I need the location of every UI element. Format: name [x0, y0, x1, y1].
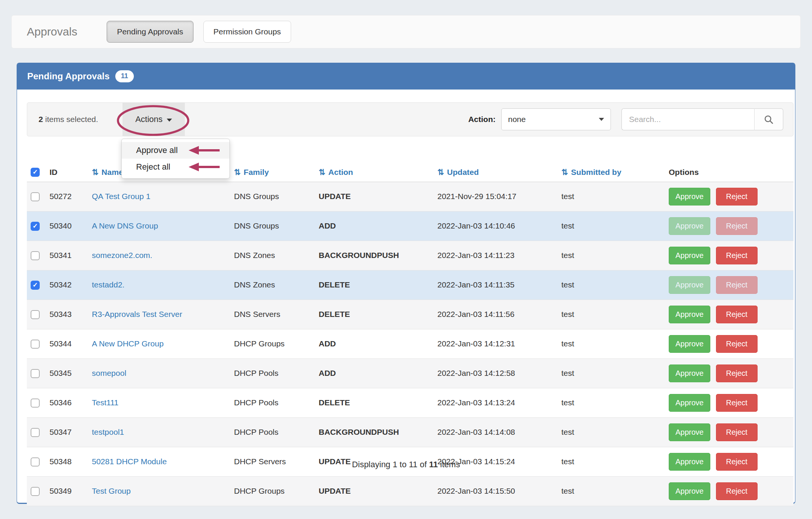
row-updated: 2022-Jan-03 14:12:31 [433, 329, 557, 358]
table-row[interactable]: 50349 Test Group DHCP Groups UPDATE 2022… [27, 476, 793, 506]
approve-button[interactable]: Approve [669, 276, 710, 294]
search-icon [764, 114, 774, 125]
reject-button[interactable]: Reject [716, 306, 758, 323]
row-name-link[interactable]: somezone2.com. [92, 251, 152, 260]
row-name-link[interactable]: A New DHCP Group [92, 339, 164, 348]
row-name-link[interactable]: Test111 [92, 398, 118, 407]
reject-button[interactable]: Reject [716, 276, 758, 294]
reject-button[interactable]: Reject [716, 482, 758, 500]
row-name-link[interactable]: A New DNS Group [92, 221, 158, 230]
row-name-link[interactable]: somepool [92, 369, 126, 377]
row-checkbox[interactable] [31, 369, 40, 378]
approve-button[interactable]: Approve [669, 394, 710, 412]
menu-item-label: Approve all [136, 145, 178, 155]
row-checkbox[interactable] [31, 487, 40, 496]
panel-heading: Pending Approvals 11 [17, 63, 795, 90]
row-submitted-by: test [557, 329, 664, 358]
approve-button[interactable]: Approve [669, 423, 710, 441]
tab-pending-approvals[interactable]: Pending Approvals [107, 21, 193, 43]
row-id: 50346 [45, 388, 87, 417]
row-submitted-by: test [557, 270, 664, 300]
reject-button[interactable]: Reject [716, 217, 758, 235]
reject-button[interactable]: Reject [716, 247, 758, 264]
actions-dropdown-button[interactable]: Actions [122, 103, 185, 136]
action-filter-label: Action: [468, 115, 496, 124]
column-header-submitted-by[interactable]: ⇅Submitted by [557, 163, 664, 182]
reject-button[interactable]: Reject [716, 188, 758, 205]
approve-button[interactable]: Approve [669, 482, 710, 500]
menu-item-approve-all[interactable]: Approve all [122, 142, 229, 159]
search-group [621, 108, 783, 130]
search-button[interactable] [755, 108, 783, 130]
column-header-updated[interactable]: ⇅Updated [433, 163, 557, 182]
table-row[interactable]: ✓ 50342 testadd2. DNS Zones DELETE 2022-… [27, 270, 793, 300]
approve-button[interactable]: Approve [669, 365, 710, 382]
row-updated: 2022-Jan-03 14:11:35 [433, 270, 557, 300]
approve-button[interactable]: Approve [669, 188, 710, 205]
row-submitted-by: test [557, 211, 664, 241]
row-family: DHCP Groups [229, 476, 314, 506]
row-checkbox[interactable] [31, 192, 40, 201]
row-submitted-by: test [557, 388, 664, 417]
action-select[interactable]: none [501, 108, 611, 130]
search-input[interactable] [621, 108, 755, 130]
row-checkbox[interactable] [31, 340, 40, 349]
table-row[interactable]: ✓ 50340 A New DNS Group DNS Groups ADD 2… [27, 211, 793, 241]
action-select-value: none [508, 115, 526, 124]
page-title: Approvals [27, 25, 77, 38]
tab-label: Permission Groups [214, 27, 281, 36]
annotation-arrow-left-icon [189, 145, 220, 155]
row-family: DHCP Pools [229, 388, 314, 417]
row-action: BACKGROUNDPUSH [314, 241, 433, 270]
row-name-link[interactable]: testadd2. [92, 280, 124, 289]
approve-button[interactable]: Approve [669, 247, 710, 264]
menu-item-reject-all[interactable]: Reject all [122, 159, 229, 175]
pagination-suffix: items [438, 460, 460, 469]
page: Approvals Pending Approvals Permission G… [0, 0, 812, 519]
row-updated: 2022-Jan-03 14:13:24 [433, 388, 557, 417]
menu-item-label: Reject all [136, 162, 170, 172]
row-id: 50341 [45, 241, 87, 270]
pagination-total: 11 [429, 460, 438, 469]
reject-button[interactable]: Reject [716, 423, 758, 441]
row-updated: 2022-Jan-03 14:11:56 [433, 300, 557, 329]
table-row[interactable]: 50343 R3-Approvals Test Server DNS Serve… [27, 300, 793, 329]
row-updated: 2022-Jan-03 14:10:46 [433, 211, 557, 241]
tab-permission-groups[interactable]: Permission Groups [203, 21, 291, 43]
row-id: 50347 [45, 417, 87, 447]
approve-button[interactable]: Approve [669, 306, 710, 323]
approve-button[interactable]: Approve [669, 217, 710, 235]
sort-icon: ⇅ [437, 168, 444, 176]
tab-label: Pending Approvals [117, 27, 183, 36]
toolbar: 2 items selected. Actions Action: none [27, 102, 793, 136]
column-header-family[interactable]: ⇅Family [229, 163, 314, 182]
table-row[interactable]: 50341 somezone2.com. DNS Zones BACKGROUN… [27, 241, 793, 270]
table-row[interactable]: 50346 Test111 DHCP Pools DELETE 2022-Jan… [27, 388, 793, 417]
panel-title: Pending Approvals [27, 71, 110, 82]
reject-button[interactable]: Reject [716, 394, 758, 412]
row-updated: 2022-Jan-03 14:15:50 [433, 476, 557, 506]
column-header-action[interactable]: ⇅Action [314, 163, 433, 182]
row-name-link[interactable]: R3-Approvals Test Server [92, 310, 182, 318]
row-id: 50345 [45, 358, 87, 388]
actions-label: Actions [135, 114, 163, 124]
select-all-checkbox[interactable]: ✓ [31, 168, 40, 177]
row-checkbox[interactable] [31, 310, 40, 319]
table-row[interactable]: 50347 testpool1 DHCP Pools BACKGROUNDPUS… [27, 417, 793, 447]
reject-button[interactable]: Reject [716, 365, 758, 382]
table-row[interactable]: 50344 A New DHCP Group DHCP Groups ADD 2… [27, 329, 793, 358]
approve-button[interactable]: Approve [669, 335, 710, 353]
row-name-link[interactable]: Test Group [92, 487, 131, 495]
row-checkbox[interactable]: ✓ [31, 281, 40, 290]
table-row[interactable]: 50272 QA Test Group 1 DNS Groups UPDATE … [27, 182, 793, 211]
row-action: DELETE [314, 300, 433, 329]
table-row[interactable]: 50345 somepool DHCP Pools ADD 2022-Jan-0… [27, 358, 793, 388]
row-checkbox[interactable] [31, 428, 40, 437]
row-checkbox[interactable] [31, 251, 40, 260]
row-checkbox[interactable]: ✓ [31, 222, 40, 231]
row-checkbox[interactable] [31, 399, 40, 408]
row-name-link[interactable]: QA Test Group 1 [92, 192, 150, 201]
reject-button[interactable]: Reject [716, 335, 758, 353]
row-name-link[interactable]: testpool1 [92, 428, 124, 436]
toolbar-right: Action: none [468, 108, 783, 130]
